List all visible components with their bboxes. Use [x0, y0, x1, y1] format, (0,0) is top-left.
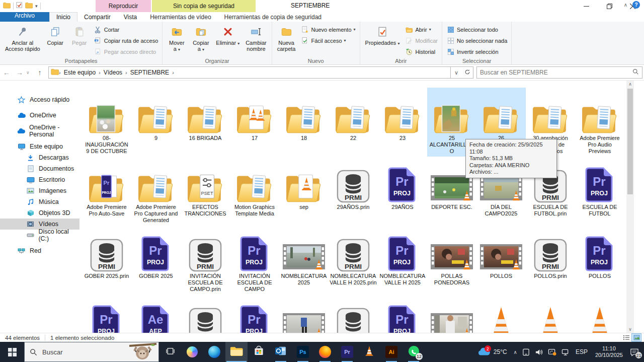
taskbar-app-photoshop[interactable]: Ps: [292, 342, 314, 362]
taskbar-app-file-explorer[interactable]: [225, 342, 248, 362]
file-item[interactable]: Pr PROJ ESCUELA DE FUTBOL: [575, 157, 624, 226]
sidebar-item-red[interactable]: Red: [0, 245, 79, 256]
large-icons-view-icon[interactable]: [632, 334, 641, 341]
ribbon-button-pegar[interactable]: Pegar: [68, 23, 91, 47]
taskbar-app-outlook[interactable]: [270, 342, 292, 362]
taskbar-app-firefox[interactable]: [314, 342, 336, 362]
file-item[interactable]: 9: [131, 88, 181, 157]
ribbon-button-nuevo-elemento[interactable]: Nuevo elemento▾: [298, 24, 357, 35]
search-input[interactable]: [480, 69, 632, 76]
search-box[interactable]: [476, 66, 642, 79]
ribbon-button-anclar-al-acceso-rápido[interactable]: Anclar alAcceso rápido: [3, 23, 43, 53]
address-bar[interactable]: › Este equipo›Vídeos›SEPTIEMBRE›: [48, 66, 451, 79]
file-item[interactable]: [476, 295, 526, 333]
vertical-scrollbar[interactable]: ∧ ∨: [626, 81, 634, 333]
scroll-down-icon[interactable]: ∨: [626, 327, 634, 332]
sidebar-item-descargas[interactable]: Descargas: [0, 152, 79, 163]
start-button[interactable]: [0, 342, 24, 362]
notification-center-icon[interactable]: 21: [627, 342, 644, 362]
ribbon-button-mover-a[interactable]: Movera ▾: [165, 23, 188, 54]
ribbon-button-abrir[interactable]: Abrir▾: [403, 24, 440, 35]
refresh-icon[interactable]: [462, 69, 473, 76]
file-item[interactable]: Pr PROJ NOMBLECATURA VALLE H 2025: [378, 226, 427, 295]
file-item[interactable]: PRMI INVITACIÓN ESCUELA DE CAMPO.prin: [181, 226, 230, 295]
up-icon[interactable]: ↑: [33, 68, 46, 77]
recent-locations-icon[interactable]: ∨: [26, 70, 33, 75]
collapse-ribbon-icon[interactable]: ∧: [624, 2, 627, 8]
weather-widget[interactable]: 2 25°C: [473, 342, 511, 362]
tab-archivo[interactable]: Archivo: [0, 12, 49, 22]
taskbar-app-task-view[interactable]: [159, 342, 181, 362]
file-item[interactable]: Ae AEP: [131, 295, 181, 333]
file-item[interactable]: PRMI GOBER 2025.prin: [82, 226, 131, 295]
sidebar-item-imágenes[interactable]: Imágenes: [0, 185, 79, 196]
scroll-up-icon[interactable]: ∧: [626, 82, 634, 87]
qat-customize-caret[interactable]: ▾: [35, 4, 38, 9]
tray-chevron-icon[interactable]: ∧: [511, 342, 520, 362]
file-item[interactable]: Pr PROJ: [82, 295, 131, 333]
file-item[interactable]: POLLOS: [476, 226, 526, 295]
file-item[interactable]: 16 BRIGADA: [181, 88, 230, 157]
sidebar-item-este-equipo[interactable]: Este equipo: [0, 141, 79, 152]
ribbon-button-pegar-acceso-directo[interactable]: Pegar acceso directo: [92, 46, 160, 57]
breadcrumb-septiembre[interactable]: SEPTIEMBRE: [127, 69, 172, 76]
file-item[interactable]: [279, 295, 329, 333]
scrollbar-thumb[interactable]: [627, 89, 633, 194]
ribbon-button-invertir-selección[interactable]: Invertir selección: [444, 46, 509, 57]
file-item[interactable]: POLLAS PONEDORAS: [427, 226, 476, 295]
file-item[interactable]: NOMBLECATURA 2025: [279, 226, 329, 295]
file-item[interactable]: [575, 295, 624, 333]
file-item[interactable]: Pr PROJ: [230, 295, 279, 333]
file-item[interactable]: PRMI: [329, 295, 378, 333]
sync-status-icon[interactable]: [545, 342, 559, 362]
ribbon-button-no-seleccionar-nada[interactable]: No seleccionar nada: [444, 35, 509, 46]
file-item[interactable]: 22: [329, 88, 378, 157]
ribbon-button-eliminar[interactable]: Eliminar ▾: [213, 23, 242, 48]
clock[interactable]: 11:1020/10/2025: [591, 342, 627, 362]
tab-herramientas-de-copia-de-seguridad[interactable]: Herramientas de copia de seguridad: [218, 12, 328, 22]
taskbar-app-vlc[interactable]: [358, 342, 380, 362]
ribbon-button-modificar[interactable]: Modificar: [403, 35, 440, 46]
sidebar-item-objetos-3d[interactable]: Objetos 3D: [0, 207, 79, 219]
file-item[interactable]: PrPROJ Adobe Premiere Pro Auto-Save: [82, 157, 131, 226]
backup-tools-band[interactable]: Sin copia de seguridad: [152, 0, 256, 12]
ribbon-button-cambiar-nombre[interactable]: Cambiarnombre: [243, 23, 269, 53]
search-icon[interactable]: [632, 68, 639, 77]
network-icon[interactable]: [559, 342, 572, 362]
file-item[interactable]: 17: [230, 88, 279, 157]
file-item[interactable]: Pr PROJ GOBER 2025: [131, 226, 181, 295]
sidebar-item-disco-local-c[interactable]: Disco local (C:): [0, 230, 79, 241]
ribbon-button-nueva-carpeta[interactable]: Nuevacarpeta: [275, 23, 298, 53]
file-item[interactable]: PRMI NOMBLECATURA VALLE H 2025.prin: [329, 226, 378, 295]
taskbar-app-illustrator[interactable]: Ai: [380, 342, 403, 362]
ribbon-button-historial[interactable]: Historial: [403, 46, 440, 57]
taskbar-app-whatsapp[interactable]: 12: [403, 342, 425, 362]
taskbar-app-edge[interactable]: [203, 342, 225, 362]
tab-vista[interactable]: Vista: [117, 12, 143, 22]
ribbon-button-fácil-acceso[interactable]: Fácil acceso▾: [298, 35, 357, 46]
sidebar-item-música[interactable]: Música: [0, 196, 79, 207]
sidebar-item-onedrive-personal[interactable]: OneDrive - Personal: [0, 125, 79, 136]
taskbar-app-premiere[interactable]: Pr: [336, 342, 358, 362]
back-icon[interactable]: ←: [0, 68, 13, 77]
file-item[interactable]: sep: [279, 157, 329, 226]
tablet-mode-icon[interactable]: [520, 342, 532, 362]
file-item[interactable]: PRMI 29AÑOS.prin: [329, 157, 378, 226]
taskbar-search[interactable]: Buscar: [24, 342, 159, 362]
tab-inicio[interactable]: Inicio: [49, 12, 77, 22]
file-item[interactable]: PSET EFECTOS TRANCICIONES: [181, 157, 230, 226]
taskbar-app-copilot[interactable]: [181, 342, 203, 362]
help-icon[interactable]: ?: [632, 1, 640, 9]
file-item[interactable]: 08-INAUGURACIÓN 9 DE OCTUBRE: [82, 88, 131, 157]
taskbar-app-store[interactable]: [248, 342, 270, 362]
sidebar-item-documentos[interactable]: Documentos: [0, 163, 79, 174]
new-folder-qat-icon[interactable]: [25, 2, 33, 11]
file-item[interactable]: [526, 295, 575, 333]
file-item[interactable]: Pr PROJ 29AÑOS: [378, 157, 427, 226]
sidebar-item-acceso-rápido[interactable]: Acceso rápido: [0, 94, 79, 105]
breadcrumb-este-equipo[interactable]: Este equipo: [61, 69, 99, 76]
file-item[interactable]: Pr PROJ POLLOS: [575, 226, 624, 295]
ribbon-button-seleccionar-todo[interactable]: Seleccionar todo: [444, 24, 509, 35]
file-item[interactable]: Adobe Premiere Pro Audio Previews: [575, 88, 624, 157]
file-item[interactable]: Pr PROJ: [378, 295, 427, 333]
